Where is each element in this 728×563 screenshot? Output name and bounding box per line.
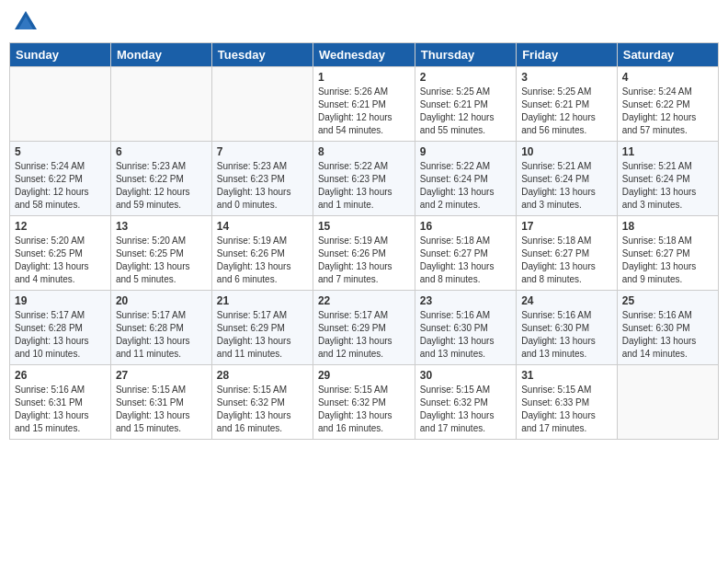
calendar-cell bbox=[211, 67, 313, 142]
day-info: Sunrise: 5:17 AM Sunset: 6:29 PM Dayligh… bbox=[318, 309, 410, 361]
day-number: 22 bbox=[318, 294, 410, 307]
day-number: 26 bbox=[15, 369, 106, 382]
day-info: Sunrise: 5:25 AM Sunset: 6:21 PM Dayligh… bbox=[521, 86, 612, 137]
logo-icon bbox=[13, 9, 39, 35]
calendar-header-row: SundayMondayTuesdayWednesdayThursdayFrid… bbox=[10, 43, 719, 67]
weekday-header: Friday bbox=[517, 43, 618, 67]
day-number: 12 bbox=[15, 220, 106, 233]
calendar-cell: 12Sunrise: 5:20 AM Sunset: 6:25 PM Dayli… bbox=[10, 216, 111, 291]
calendar-table: SundayMondayTuesdayWednesdayThursdayFrid… bbox=[9, 42, 719, 440]
day-info: Sunrise: 5:20 AM Sunset: 6:25 PM Dayligh… bbox=[15, 235, 106, 286]
day-info: Sunrise: 5:18 AM Sunset: 6:27 PM Dayligh… bbox=[420, 235, 511, 286]
calendar-week-row: 19Sunrise: 5:17 AM Sunset: 6:28 PM Dayli… bbox=[10, 291, 719, 365]
day-info: Sunrise: 5:17 AM Sunset: 6:28 PM Dayligh… bbox=[15, 309, 106, 361]
calendar-cell: 25Sunrise: 5:16 AM Sunset: 6:30 PM Dayli… bbox=[617, 291, 718, 365]
calendar-cell: 11Sunrise: 5:21 AM Sunset: 6:24 PM Dayli… bbox=[617, 142, 718, 216]
day-number: 27 bbox=[116, 369, 207, 382]
calendar-cell: 20Sunrise: 5:17 AM Sunset: 6:28 PM Dayli… bbox=[110, 291, 211, 365]
calendar-week-row: 5Sunrise: 5:24 AM Sunset: 6:22 PM Daylig… bbox=[10, 142, 719, 216]
day-number: 10 bbox=[521, 145, 612, 158]
day-info: Sunrise: 5:26 AM Sunset: 6:21 PM Dayligh… bbox=[318, 86, 410, 137]
calendar-cell: 16Sunrise: 5:18 AM Sunset: 6:27 PM Dayli… bbox=[415, 216, 516, 291]
logo bbox=[13, 9, 40, 35]
day-info: Sunrise: 5:19 AM Sunset: 6:26 PM Dayligh… bbox=[318, 235, 410, 286]
day-number: 13 bbox=[116, 220, 207, 233]
weekday-header: Tuesday bbox=[211, 43, 313, 67]
day-number: 28 bbox=[217, 369, 308, 382]
day-number: 23 bbox=[420, 294, 511, 307]
calendar-cell: 26Sunrise: 5:16 AM Sunset: 6:31 PM Dayli… bbox=[10, 365, 111, 440]
calendar-cell: 23Sunrise: 5:16 AM Sunset: 6:30 PM Dayli… bbox=[415, 291, 516, 365]
calendar-cell: 9Sunrise: 5:22 AM Sunset: 6:24 PM Daylig… bbox=[415, 142, 516, 216]
calendar-cell: 30Sunrise: 5:15 AM Sunset: 6:32 PM Dayli… bbox=[415, 365, 516, 440]
day-info: Sunrise: 5:25 AM Sunset: 6:21 PM Dayligh… bbox=[420, 86, 511, 137]
calendar-cell: 27Sunrise: 5:15 AM Sunset: 6:31 PM Dayli… bbox=[110, 365, 211, 440]
day-number: 11 bbox=[622, 145, 713, 158]
day-info: Sunrise: 5:16 AM Sunset: 6:30 PM Dayligh… bbox=[420, 309, 511, 361]
day-info: Sunrise: 5:17 AM Sunset: 6:29 PM Dayligh… bbox=[217, 309, 308, 361]
page-header bbox=[9, 9, 719, 35]
day-info: Sunrise: 5:18 AM Sunset: 6:27 PM Dayligh… bbox=[622, 235, 713, 286]
calendar-cell bbox=[110, 67, 211, 142]
calendar-cell bbox=[617, 365, 718, 440]
day-info: Sunrise: 5:15 AM Sunset: 6:32 PM Dayligh… bbox=[318, 384, 410, 435]
weekday-header: Monday bbox=[110, 43, 211, 67]
day-number: 30 bbox=[420, 369, 511, 382]
day-info: Sunrise: 5:21 AM Sunset: 6:24 PM Dayligh… bbox=[622, 160, 713, 212]
calendar-cell: 7Sunrise: 5:23 AM Sunset: 6:23 PM Daylig… bbox=[211, 142, 313, 216]
day-number: 18 bbox=[622, 220, 713, 233]
weekday-header: Wednesday bbox=[313, 43, 415, 67]
calendar-cell: 2Sunrise: 5:25 AM Sunset: 6:21 PM Daylig… bbox=[415, 67, 516, 142]
day-info: Sunrise: 5:23 AM Sunset: 6:22 PM Dayligh… bbox=[116, 160, 207, 212]
calendar-cell: 4Sunrise: 5:24 AM Sunset: 6:22 PM Daylig… bbox=[617, 67, 718, 142]
day-number: 14 bbox=[217, 220, 308, 233]
calendar-cell: 15Sunrise: 5:19 AM Sunset: 6:26 PM Dayli… bbox=[313, 216, 415, 291]
day-info: Sunrise: 5:15 AM Sunset: 6:32 PM Dayligh… bbox=[217, 384, 308, 435]
day-info: Sunrise: 5:16 AM Sunset: 6:30 PM Dayligh… bbox=[622, 309, 713, 361]
day-info: Sunrise: 5:15 AM Sunset: 6:32 PM Dayligh… bbox=[420, 384, 511, 435]
calendar-week-row: 1Sunrise: 5:26 AM Sunset: 6:21 PM Daylig… bbox=[10, 67, 719, 142]
day-info: Sunrise: 5:15 AM Sunset: 6:31 PM Dayligh… bbox=[116, 384, 207, 435]
calendar-week-row: 26Sunrise: 5:16 AM Sunset: 6:31 PM Dayli… bbox=[10, 365, 719, 440]
day-number: 29 bbox=[318, 369, 410, 382]
day-info: Sunrise: 5:21 AM Sunset: 6:24 PM Dayligh… bbox=[521, 160, 612, 212]
calendar-cell: 3Sunrise: 5:25 AM Sunset: 6:21 PM Daylig… bbox=[517, 67, 618, 142]
day-number: 6 bbox=[116, 145, 207, 158]
calendar-cell: 18Sunrise: 5:18 AM Sunset: 6:27 PM Dayli… bbox=[617, 216, 718, 291]
day-info: Sunrise: 5:24 AM Sunset: 6:22 PM Dayligh… bbox=[622, 86, 713, 137]
calendar-cell: 10Sunrise: 5:21 AM Sunset: 6:24 PM Dayli… bbox=[517, 142, 618, 216]
calendar-cell bbox=[10, 67, 111, 142]
day-info: Sunrise: 5:20 AM Sunset: 6:25 PM Dayligh… bbox=[116, 235, 207, 286]
day-number: 4 bbox=[622, 71, 713, 84]
calendar-cell: 5Sunrise: 5:24 AM Sunset: 6:22 PM Daylig… bbox=[10, 142, 111, 216]
calendar-cell: 13Sunrise: 5:20 AM Sunset: 6:25 PM Dayli… bbox=[110, 216, 211, 291]
day-info: Sunrise: 5:22 AM Sunset: 6:24 PM Dayligh… bbox=[420, 160, 511, 212]
calendar-cell: 28Sunrise: 5:15 AM Sunset: 6:32 PM Dayli… bbox=[211, 365, 313, 440]
day-number: 1 bbox=[318, 71, 410, 84]
day-info: Sunrise: 5:24 AM Sunset: 6:22 PM Dayligh… bbox=[15, 160, 106, 212]
day-info: Sunrise: 5:15 AM Sunset: 6:33 PM Dayligh… bbox=[521, 384, 612, 435]
day-number: 24 bbox=[521, 294, 612, 307]
day-info: Sunrise: 5:23 AM Sunset: 6:23 PM Dayligh… bbox=[217, 160, 308, 212]
day-number: 3 bbox=[521, 71, 612, 84]
day-number: 31 bbox=[521, 369, 612, 382]
day-number: 7 bbox=[217, 145, 308, 158]
day-info: Sunrise: 5:16 AM Sunset: 6:30 PM Dayligh… bbox=[521, 309, 612, 361]
calendar-cell: 21Sunrise: 5:17 AM Sunset: 6:29 PM Dayli… bbox=[211, 291, 313, 365]
calendar-cell: 29Sunrise: 5:15 AM Sunset: 6:32 PM Dayli… bbox=[313, 365, 415, 440]
day-number: 25 bbox=[622, 294, 713, 307]
day-number: 21 bbox=[217, 294, 308, 307]
day-number: 9 bbox=[420, 145, 511, 158]
calendar-cell: 6Sunrise: 5:23 AM Sunset: 6:22 PM Daylig… bbox=[110, 142, 211, 216]
weekday-header: Thursday bbox=[415, 43, 516, 67]
day-number: 16 bbox=[420, 220, 511, 233]
weekday-header: Saturday bbox=[617, 43, 718, 67]
day-info: Sunrise: 5:18 AM Sunset: 6:27 PM Dayligh… bbox=[521, 235, 612, 286]
calendar-week-row: 12Sunrise: 5:20 AM Sunset: 6:25 PM Dayli… bbox=[10, 216, 719, 291]
calendar-cell: 31Sunrise: 5:15 AM Sunset: 6:33 PM Dayli… bbox=[517, 365, 618, 440]
calendar-cell: 24Sunrise: 5:16 AM Sunset: 6:30 PM Dayli… bbox=[517, 291, 618, 365]
day-number: 8 bbox=[318, 145, 410, 158]
calendar-cell: 14Sunrise: 5:19 AM Sunset: 6:26 PM Dayli… bbox=[211, 216, 313, 291]
day-info: Sunrise: 5:19 AM Sunset: 6:26 PM Dayligh… bbox=[217, 235, 308, 286]
calendar-cell: 1Sunrise: 5:26 AM Sunset: 6:21 PM Daylig… bbox=[313, 67, 415, 142]
